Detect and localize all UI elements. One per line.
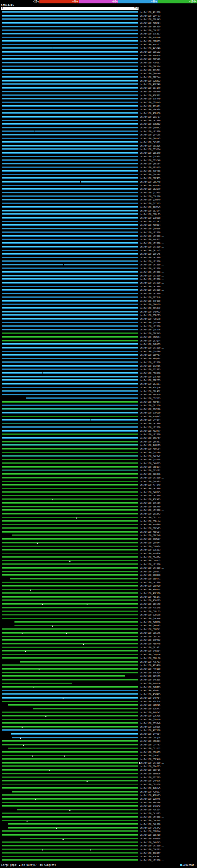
hit-label[interactable]: UniRef100_Q75E69	[140, 502, 160, 504]
hit-bar[interactable]	[2, 235, 138, 237]
hit-label[interactable]: UniRef100_UPI000...	[140, 477, 164, 479]
hit-bar[interactable]	[2, 55, 138, 56]
hit-bar[interactable]	[2, 419, 138, 421]
hit-label[interactable]: UniRef100_Q4PA05	[140, 480, 160, 483]
hit-label[interactable]: UniRef100_Q00X03	[140, 624, 160, 627]
hit-bar[interactable]	[8, 827, 138, 829]
hit-bar[interactable]	[2, 769, 138, 771]
hit-label[interactable]: UniRef100_A1DV13	[140, 794, 160, 797]
hit-bar[interactable]	[2, 166, 138, 168]
hit-bar[interactable]	[2, 11, 138, 13]
hit-bar[interactable]	[2, 62, 138, 63]
hit-label[interactable]: UniRef100_Q9FSM5	[140, 253, 160, 255]
hit-bar[interactable]	[2, 26, 138, 27]
hit-label[interactable]: UniRef100_C1BLC5	[140, 610, 160, 613]
hit-bar[interactable]	[2, 120, 138, 121]
hit-bar[interactable]	[2, 470, 138, 471]
hit-label[interactable]: UniRef100_Q6EE84	[140, 162, 160, 165]
hit-bar[interactable]	[2, 177, 138, 179]
hit-label[interactable]: UniRef100_A4S8A6	[140, 47, 160, 50]
hit-bar[interactable]	[2, 636, 138, 638]
hit-bar[interactable]	[2, 650, 138, 652]
hit-bar[interactable]	[2, 596, 138, 598]
hit-bar[interactable]	[2, 231, 138, 233]
hit-bar[interactable]	[2, 239, 138, 240]
hit-bar[interactable]	[2, 48, 138, 49]
hit-bar[interactable]	[2, 221, 138, 222]
hit-label[interactable]: UniRef100_B6KHY0	[140, 505, 160, 508]
hit-label[interactable]: UniRef100_A2QUC7	[140, 791, 160, 793]
hit-label[interactable]: UniRef100_Q2V334	[140, 155, 160, 158]
hit-label[interactable]: UniRef100_B9WXZ4	[140, 588, 160, 591]
hit-label[interactable]: UniRef100_UPI000...	[140, 120, 164, 122]
hit-bar[interactable]	[2, 618, 138, 619]
hit-bar[interactable]	[8, 704, 138, 706]
hit-bar[interactable]	[2, 549, 138, 551]
hit-bar[interactable]	[2, 44, 138, 45]
hit-bar[interactable]	[2, 744, 138, 745]
hit-label[interactable]: UniRef100_B6T3L6	[140, 296, 160, 299]
hit-bar[interactable]	[2, 282, 138, 284]
hit-bar[interactable]	[2, 123, 138, 125]
hit-bar[interactable]	[2, 571, 138, 572]
hit-label[interactable]: UniRef100_B7S317	[140, 33, 160, 35]
hit-label[interactable]: UniRef100_B6HLC0	[140, 657, 160, 659]
hit-bar[interactable]	[12, 737, 138, 738]
hit-label[interactable]: UniRef100_B2GRH7	[140, 708, 160, 710]
hit-bar[interactable]	[2, 159, 138, 161]
hit-bar[interactable]	[2, 379, 138, 381]
hit-bar[interactable]	[2, 657, 138, 659]
hit-bar[interactable]	[2, 102, 138, 103]
hit-bar[interactable]	[2, 852, 138, 854]
hit-label[interactable]: UniRef100_C5LQ26	[140, 195, 160, 198]
hit-bar[interactable]	[2, 531, 138, 533]
hit-label[interactable]: UniRef100_Q4Q2N3	[140, 841, 160, 844]
hit-label[interactable]: UniRef100_B4Q754	[140, 697, 160, 699]
hit-bar[interactable]	[2, 755, 138, 756]
hit-bar[interactable]	[2, 780, 138, 781]
hit-bar[interactable]	[2, 599, 138, 601]
hit-bar[interactable]	[2, 766, 138, 767]
hit-label[interactable]: UniRef100_C4Q083	[140, 462, 160, 465]
hit-label[interactable]: UniRef100_A7P0A0	[140, 83, 160, 86]
hit-bar[interactable]	[2, 271, 138, 273]
hit-label[interactable]: UniRef100_Q6CW61	[140, 441, 160, 443]
hit-bar[interactable]	[2, 358, 138, 359]
hit-label[interactable]: UniRef100_Q2GX96	[140, 715, 160, 717]
hit-bar[interactable]	[2, 329, 138, 331]
hit-bar[interactable]	[2, 463, 138, 464]
hit-label[interactable]: UniRef100_UPI000...	[140, 488, 164, 490]
hit-bar[interactable]	[2, 391, 138, 392]
hit-label[interactable]: UniRef100_Q7Y115	[140, 202, 160, 205]
hit-label[interactable]: UniRef100_B3LNB3	[140, 549, 160, 551]
hit-label[interactable]: UniRef100_A3GGI9	[140, 599, 160, 602]
hit-label[interactable]: UniRef100_UPI000...	[140, 278, 164, 280]
hit-label[interactable]: UniRef100_Q5GF67	[140, 437, 160, 439]
hit-bar[interactable]	[2, 856, 138, 857]
hit-label[interactable]: UniRef100_Q59ZX4	[140, 541, 160, 544]
hit-bar[interactable]	[2, 715, 138, 716]
hit-label[interactable]: UniRef100_Q5ZI11	[140, 383, 160, 385]
hit-bar[interactable]	[2, 473, 138, 475]
hit-label[interactable]: UniRef100_Q9SF40	[140, 159, 160, 162]
hit-label[interactable]: UniRef100_P08479	[140, 394, 160, 396]
hit-bar[interactable]	[2, 589, 138, 590]
hit-label[interactable]: UniRef100_Q53Q74	[140, 340, 160, 342]
hit-label[interactable]: UniRef100_UPI000...	[140, 271, 164, 273]
hit-bar[interactable]	[2, 498, 138, 500]
hit-bar[interactable]	[2, 152, 138, 154]
hit-label[interactable]: UniRef100_B6QFD5	[140, 769, 160, 771]
hit-bar[interactable]	[2, 412, 138, 413]
hit-label[interactable]: UniRef100_B4M098	[140, 838, 160, 840]
hit-bar[interactable]	[2, 80, 138, 82]
hit-label[interactable]: UniRef100_A9U894	[140, 224, 160, 226]
hit-label[interactable]: UniRef100_Q15E58	[140, 459, 160, 461]
hit-label[interactable]: UniRef100_C5G159	[140, 751, 160, 753]
hit-bar[interactable]	[14, 625, 138, 626]
hit-label[interactable]: UniRef100_A8J010	[140, 11, 160, 13]
hit-label[interactable]: UniRef100_P49100	[140, 668, 160, 670]
hit-label[interactable]: UniRef100_C4Y8T4	[140, 419, 160, 421]
hit-label[interactable]: UniRef100_B9ZY06	[140, 408, 160, 410]
hit-label[interactable]: UniRef100_Q9DBE6	[140, 227, 160, 230]
hit-label[interactable]: UniRef100_C5PAK8	[140, 758, 160, 761]
